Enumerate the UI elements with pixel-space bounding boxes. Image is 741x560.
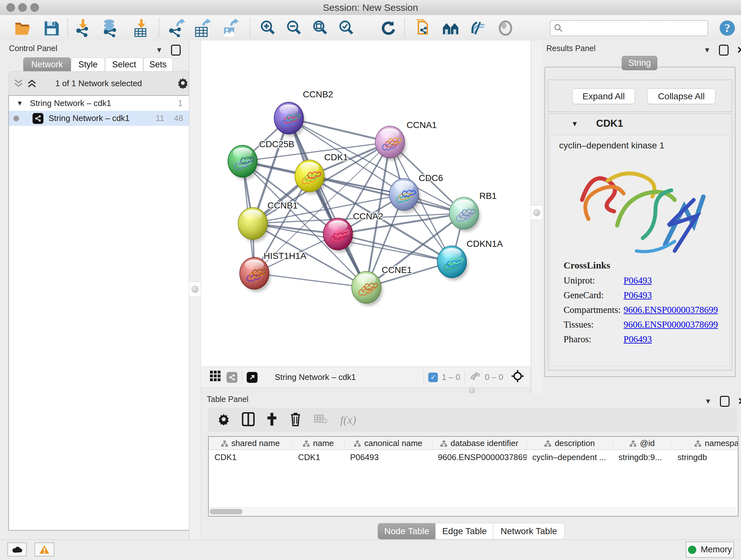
search-input[interactable] <box>550 20 708 36</box>
table-cell[interactable]: stringdb <box>672 450 738 465</box>
expand-all-button[interactable]: Expand All <box>572 88 635 104</box>
left-panel-splitter[interactable] <box>189 41 201 540</box>
node-HIST1H1A[interactable]: HIST1H1A <box>240 251 307 292</box>
crosslink-link[interactable]: P06493 <box>623 275 652 286</box>
table-horizontal-scrollbar[interactable] <box>209 507 737 516</box>
fit-selected-crosshair-icon[interactable] <box>511 369 524 385</box>
splitter-handle[interactable] <box>189 282 201 297</box>
show-columns-icon[interactable] <box>242 412 255 428</box>
column-header-databaseidentifier[interactable]: database identifier <box>432 437 527 450</box>
hide-selected-icon[interactable] <box>470 19 487 37</box>
open-view-in-window-icon[interactable] <box>247 372 258 383</box>
export-image-icon[interactable] <box>221 19 239 37</box>
node-CDKN1A[interactable]: CDKN1A <box>437 239 503 280</box>
open-session-folder-icon[interactable] <box>14 19 31 37</box>
zoom-fit-content-icon[interactable] <box>312 19 329 37</box>
tab-string[interactable]: String <box>622 56 657 70</box>
table-cell[interactable]: P06493 <box>344 450 432 465</box>
function-builder-icon[interactable]: f(x) <box>340 413 356 427</box>
right-panel-splitter[interactable] <box>531 41 543 393</box>
collapse-gene-icon[interactable]: ▼ <box>571 120 578 128</box>
table-options-gear-icon[interactable] <box>218 413 230 427</box>
column-header-id[interactable]: @id <box>613 437 672 450</box>
zoom-out-icon[interactable] <box>285 19 302 37</box>
network-view-title: String Network – cdk1 <box>275 372 356 382</box>
open-in-string-web-icon[interactable] <box>415 19 432 37</box>
export-network-icon[interactable] <box>167 19 185 37</box>
tab-sets[interactable]: Sets <box>143 57 173 72</box>
collapse-all-button[interactable]: Collapse All <box>647 88 716 104</box>
save-session-icon[interactable] <box>43 19 60 37</box>
node-CCNA1[interactable]: CCNA1 <box>375 120 437 161</box>
warnings-status-button[interactable] <box>35 543 54 557</box>
delete-column-icon[interactable] <box>290 412 301 428</box>
import-network-from-database-icon[interactable] <box>102 19 119 37</box>
column-header-name[interactable]: name <box>292 437 344 450</box>
refresh-view-icon[interactable] <box>380 19 397 37</box>
tab-node-table[interactable]: Node Table <box>378 523 436 540</box>
close-panel-icon[interactable]: ✕ <box>738 395 741 407</box>
svg-text:?: ? <box>724 22 730 35</box>
node-table[interactable]: shared namenamecanonical namedatabase id… <box>208 436 738 516</box>
network-row[interactable]: String Network – cdk1 11 48 <box>9 111 189 126</box>
memory-button[interactable]: Memory <box>686 542 734 558</box>
table-cell[interactable]: stringdb:9... <box>613 450 672 465</box>
export-table-icon[interactable] <box>194 19 211 37</box>
float-panel-icon[interactable]: ▼ <box>704 397 712 406</box>
tab-select[interactable]: Select <box>105 57 143 72</box>
expander-icon[interactable]: ▼ <box>17 100 23 107</box>
node-CCNB2[interactable]: CCNB2 <box>274 89 333 137</box>
selected-checkbox-icon[interactable]: ✓ <box>428 373 438 382</box>
node-RB1[interactable]: RB1 <box>449 191 496 232</box>
help-icon[interactable]: ? <box>719 19 736 37</box>
network-graph[interactable]: CCNB2CCNA1CDC25BCDK1CDC6RB1CCNB1CCNA2CDK… <box>201 41 531 367</box>
tab-style[interactable]: Style <box>71 57 105 72</box>
scrollbar-thumb[interactable] <box>210 509 243 514</box>
maximize-panel-icon[interactable] <box>719 45 729 56</box>
crosslink-link[interactable]: P06493 <box>623 290 652 300</box>
tab-edge-table[interactable]: Edge Table <box>435 523 494 540</box>
table-row[interactable]: CDK1CDK1P064939606.ENSP00000378699cyclin… <box>209 450 738 465</box>
table-cell[interactable]: cyclin–dependent ... <box>527 450 613 465</box>
table-cell[interactable]: CDK1 <box>209 450 292 465</box>
cloud-status-button[interactable] <box>7 543 27 557</box>
tab-network-table[interactable]: Network Table <box>493 523 564 540</box>
table-cell[interactable]: 9606.ENSP00000378699 <box>432 450 527 465</box>
import-table-from-file-icon[interactable] <box>132 19 149 37</box>
float-panel-icon[interactable]: ▼ <box>156 46 163 54</box>
table-cell[interactable]: CDK1 <box>292 450 344 465</box>
splitter-handle[interactable] <box>469 388 475 393</box>
column-header-sharedname[interactable]: shared name <box>209 437 292 450</box>
delete-table-icon[interactable] <box>314 414 327 426</box>
show-first-neighbors-icon[interactable] <box>442 19 460 37</box>
network-options-gear-icon[interactable] <box>177 77 189 89</box>
zoom-in-icon[interactable] <box>259 19 276 37</box>
float-panel-icon[interactable]: ▼ <box>704 46 711 54</box>
column-header-namespace[interactable]: namespace <box>672 437 738 450</box>
maximize-panel-icon[interactable] <box>720 396 730 407</box>
network-collection-row[interactable]: ▼ String Network – cdk1 1 <box>9 96 189 111</box>
node-CCNE1[interactable]: CCNE1 <box>352 265 412 306</box>
birdseye-grid-icon[interactable] <box>210 371 221 384</box>
crosslink-link[interactable]: 9606.ENSP00000378699 <box>623 305 718 315</box>
create-column-icon[interactable] <box>266 412 278 428</box>
crosslink-link[interactable]: 9606.ENSP00000378699 <box>623 319 718 330</box>
column-header-canonicalname[interactable]: canonical name <box>344 437 432 450</box>
import-network-from-file-icon[interactable] <box>74 19 91 37</box>
hidden-eye-slash-icon[interactable] <box>469 371 482 383</box>
node-CDC25B[interactable]: CDC25B <box>228 139 294 180</box>
network-type-share-icon[interactable] <box>226 372 238 383</box>
crosslink-link[interactable]: P06493 <box>623 334 652 345</box>
zoom-selected-icon[interactable] <box>338 19 355 37</box>
maximize-panel-icon[interactable] <box>171 45 181 56</box>
tab-network[interactable]: Network <box>23 57 71 72</box>
splitter-handle[interactable] <box>531 205 543 220</box>
node-label-CCNA1: CCNA1 <box>407 120 437 130</box>
column-header-description[interactable]: description <box>527 437 613 450</box>
node-count: 11 <box>156 113 164 123</box>
edge-HIST1H1A-CCNE1[interactable] <box>254 273 366 287</box>
network-canvas[interactable]: CCNB2CCNA1CDC25BCDK1CDC6RB1CCNB1CCNA2CDK… <box>201 41 531 367</box>
node-label-CDKN1A: CDKN1A <box>467 239 503 249</box>
show-all-icon[interactable] <box>497 19 514 37</box>
close-panel-icon[interactable]: ✕ <box>737 44 741 56</box>
